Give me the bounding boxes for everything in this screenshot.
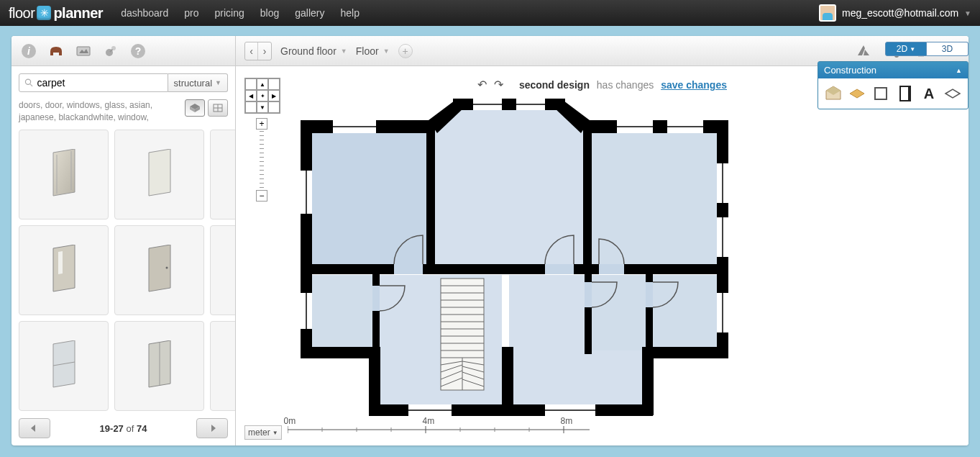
logo-text-left: floor — [9, 5, 35, 22]
filter-select[interactable]: structural ▼ — [168, 73, 228, 92]
item-tile[interactable] — [19, 130, 109, 220]
nav-pro[interactable]: pro — [184, 7, 198, 19]
dimension-tool-icon[interactable] — [943, 83, 963, 104]
view-2d-toggle[interactable] — [208, 99, 228, 117]
nav-forward-button[interactable]: › — [258, 42, 271, 60]
item-tile[interactable] — [114, 321, 204, 411]
svg-line-10 — [30, 84, 32, 86]
item-tile[interactable] — [19, 321, 109, 411]
svg-marker-62 — [453, 99, 565, 110]
pan-controls: ▲ ◀ ✦ ▶ ▼ + − — [244, 78, 280, 202]
floorplan[interactable] — [293, 99, 739, 430]
pager-prev[interactable] — [19, 418, 50, 438]
item-grid — [12, 130, 235, 411]
nav-back-button[interactable]: ‹ — [245, 42, 258, 60]
svg-rect-75 — [426, 127, 435, 268]
svg-marker-52 — [434, 106, 585, 268]
view-toggles — [185, 99, 228, 117]
svg-rect-67 — [301, 347, 380, 358]
svg-rect-74 — [301, 264, 728, 274]
nav-dashboard[interactable]: dashboard — [121, 7, 168, 19]
svg-rect-109 — [646, 282, 653, 307]
item-tile[interactable] — [114, 130, 204, 220]
export-icon[interactable] — [853, 41, 874, 61]
sidebar: i ? structural ▼ doors, door, windows, g… — [12, 36, 236, 445]
media-icon[interactable] — [73, 41, 93, 61]
pan-e[interactable]: ▶ — [268, 90, 280, 101]
zoom-out-button[interactable]: − — [256, 190, 267, 202]
view-3d-toggle[interactable] — [185, 99, 205, 117]
save-link[interactable]: save changes — [661, 79, 727, 91]
ruler: meter ▼ 0m 4m 8m — [244, 425, 590, 440]
item-tile[interactable] — [210, 130, 235, 220]
pan-w[interactable]: ◀ — [245, 90, 257, 101]
info-icon[interactable]: i — [19, 41, 39, 61]
pager: 19-27 of 74 — [12, 411, 235, 445]
svg-rect-106 — [599, 264, 624, 274]
floor-tool-icon[interactable] — [846, 83, 867, 104]
logo[interactable]: floor ✳ planner — [9, 5, 103, 22]
link-icon[interactable] — [101, 41, 121, 61]
view-2d-button[interactable]: 2D ▼ — [885, 42, 927, 56]
add-floor-button[interactable]: + — [398, 44, 413, 58]
undo-redo: ↶ ↷ — [477, 78, 503, 91]
design-status: has changes — [597, 79, 654, 91]
item-tile[interactable] — [19, 225, 109, 315]
pager-next[interactable] — [196, 418, 228, 438]
chevron-up-icon: ▲ — [956, 67, 962, 74]
crumb-ground-floor[interactable]: Ground floor ▼ — [280, 45, 347, 57]
unit-select[interactable]: meter ▼ — [244, 425, 282, 440]
svg-marker-41 — [211, 425, 216, 432]
view-mode-toggle: 2D ▼ 3D — [885, 42, 968, 56]
pan-s[interactable]: ▼ — [257, 101, 268, 113]
svg-rect-108 — [585, 282, 592, 307]
svg-marker-143 — [850, 89, 864, 98]
zoom-track[interactable] — [260, 131, 264, 189]
svg-rect-59 — [653, 275, 721, 350]
svg-rect-104 — [394, 264, 423, 274]
help-icon[interactable]: ? — [128, 41, 148, 61]
construction-body: A — [818, 78, 968, 109]
tags[interactable]: doors, door, windows, glass, asian, japa… — [19, 99, 185, 124]
chevron-down-icon: ▼ — [273, 430, 278, 436]
crumb-floor[interactable]: Floor ▼ — [356, 45, 390, 57]
text-tool-icon[interactable]: A — [918, 83, 939, 104]
pan-center[interactable]: ✦ — [257, 90, 268, 101]
pan-se[interactable] — [268, 101, 280, 113]
svg-rect-51 — [308, 127, 426, 268]
nav-blog[interactable]: blog — [260, 7, 279, 19]
construction-panel: Construction ▲ A — [818, 61, 968, 109]
nav-pricing[interactable]: pricing — [215, 7, 244, 19]
chevron-down-icon: ▼ — [215, 79, 221, 86]
user-menu[interactable]: meg_escott@hotmail.com ▼ — [819, 4, 971, 22]
item-tile[interactable] — [114, 225, 204, 315]
svg-rect-54 — [308, 275, 372, 350]
search-row: structural ▼ — [12, 66, 235, 99]
svg-rect-107 — [372, 286, 380, 311]
zoom-in-button[interactable]: + — [256, 118, 267, 130]
logo-text-right: planner — [53, 5, 103, 22]
wall-tool-icon[interactable] — [871, 83, 892, 104]
room-tool-icon[interactable] — [823, 83, 843, 104]
svg-marker-40 — [31, 425, 35, 432]
svg-rect-76 — [583, 127, 592, 268]
nav-gallery[interactable]: gallery — [295, 7, 324, 19]
search-input[interactable] — [37, 77, 162, 89]
item-tile[interactable] — [210, 321, 235, 411]
redo-icon[interactable]: ↷ — [494, 78, 503, 91]
canvas[interactable]: ▲ ◀ ✦ ▶ ▼ + − ↶ ↷ — [236, 66, 968, 445]
chevron-down-icon: ▼ — [964, 9, 971, 17]
pan-sw[interactable] — [245, 101, 257, 113]
nav-help[interactable]: help — [341, 7, 360, 19]
svg-point-9 — [25, 79, 30, 84]
chevron-down-icon: ▼ — [341, 47, 347, 55]
logo-icon: ✳ — [37, 6, 51, 20]
view-3d-button[interactable]: 3D — [927, 42, 968, 56]
construction-header[interactable]: Construction ▲ — [818, 62, 968, 78]
item-tile[interactable] — [210, 225, 235, 315]
furniture-icon[interactable] — [46, 41, 66, 61]
door-tool-icon[interactable] — [894, 83, 915, 104]
ruler-line: 0m 4m 8m — [288, 426, 590, 439]
undo-icon[interactable]: ↶ — [477, 78, 487, 91]
svg-point-26 — [165, 267, 168, 269]
